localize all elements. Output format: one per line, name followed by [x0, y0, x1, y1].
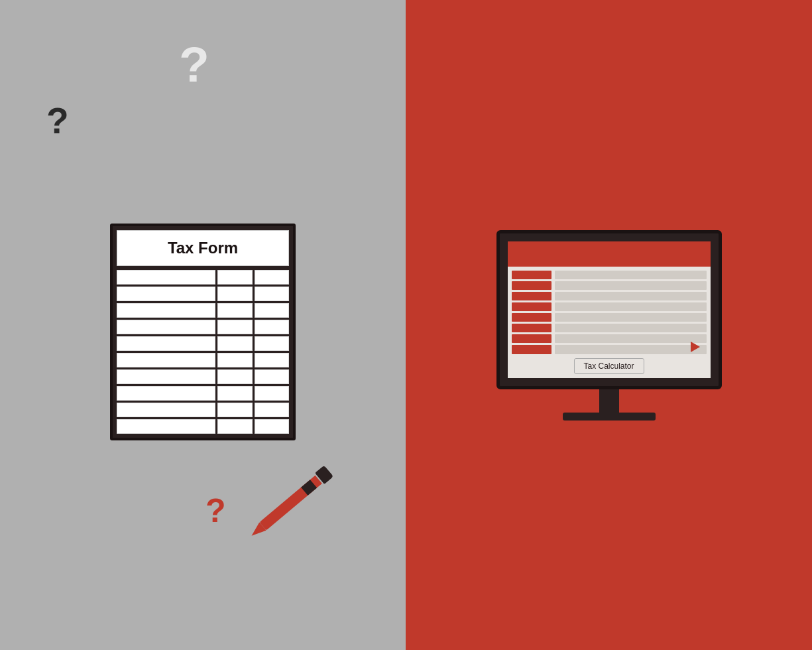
table-cell: [217, 419, 252, 434]
table-cell: [217, 403, 252, 417]
screen-fields: [555, 271, 707, 354]
table-cell: [255, 303, 289, 318]
table-cell: [255, 386, 289, 401]
table-cell: [217, 336, 252, 351]
table-cell: [117, 336, 215, 351]
monitor-screen-inner: Tax Calculator: [508, 241, 711, 378]
table-row: [117, 353, 289, 367]
table-row: [117, 419, 289, 434]
screen-label-row: [512, 324, 551, 332]
screen-field-row: [555, 334, 707, 343]
table-cell: [255, 353, 289, 367]
table-cell: [217, 303, 252, 318]
screen-label-row: [512, 281, 551, 290]
table-cell: [117, 353, 215, 367]
table-cell: [217, 386, 252, 401]
tax-calculator-button-area: Tax Calculator: [573, 358, 644, 374]
table-cell: [255, 287, 289, 301]
screen-field-row: [555, 271, 707, 279]
table-cell: [117, 403, 215, 417]
table-cell: [255, 419, 289, 434]
screen-red-banner: [508, 241, 711, 267]
tax-calculator-button[interactable]: Tax Calculator: [573, 358, 644, 374]
table-cell: [217, 287, 252, 301]
tax-form-doc: Tax Form: [110, 224, 296, 440]
monitor-screen-outer: Tax Calculator: [496, 230, 722, 389]
tax-form-title: Tax Form: [117, 230, 289, 266]
screen-label-row: [512, 345, 551, 354]
table-cell: [117, 386, 215, 401]
question-mark-bottom-center: ?: [205, 494, 226, 527]
table-cell: [217, 353, 252, 367]
table-row: [117, 287, 289, 301]
monitor-base: [563, 413, 656, 421]
left-panel: ? ? ? Tax Form: [0, 0, 406, 650]
table-row: [117, 320, 289, 334]
table-cell: [117, 287, 215, 301]
screen-label-row: [512, 313, 551, 322]
question-mark-top-left: ?: [46, 103, 69, 139]
table-cell: [255, 403, 289, 417]
screen-field-row: [555, 292, 707, 300]
table-cell: [117, 419, 215, 434]
table-row: [117, 403, 289, 417]
right-panel: Tax Calculator: [406, 0, 812, 650]
tax-form-document: Tax Form: [110, 224, 296, 440]
screen-label-row: [512, 302, 551, 311]
question-mark-top-center: ?: [179, 40, 209, 90]
table-cell: [255, 270, 289, 285]
screen-field-row: [555, 345, 707, 354]
screen-field-row: [555, 302, 707, 311]
screen-field-row: [555, 281, 707, 290]
screen-field-row: [555, 313, 707, 322]
table-cell: [255, 336, 289, 351]
screen-label-row: [512, 334, 551, 343]
screen-form-area: [508, 267, 711, 358]
table-cell: [117, 270, 215, 285]
screen-labels: [512, 271, 551, 354]
monitor-neck: [599, 389, 619, 413]
table-cell: [117, 303, 215, 318]
screen-label-row: [512, 292, 551, 300]
table-row: [117, 386, 289, 401]
table-cell: [117, 320, 215, 334]
screen-field-row: [555, 324, 707, 332]
table-cell: [217, 320, 252, 334]
table-cell: [117, 369, 215, 384]
table-cell: [217, 270, 252, 285]
table-row: [117, 336, 289, 351]
screen-label-row: [512, 271, 551, 279]
tax-form-grid: [117, 270, 289, 434]
table-cell: [255, 369, 289, 384]
pen-illustration: [252, 464, 335, 537]
table-row: [117, 303, 289, 318]
table-row: [117, 369, 289, 384]
table-cell: [217, 369, 252, 384]
table-cell: [255, 320, 289, 334]
monitor-illustration: Tax Calculator: [496, 230, 722, 421]
table-row: [117, 270, 289, 285]
